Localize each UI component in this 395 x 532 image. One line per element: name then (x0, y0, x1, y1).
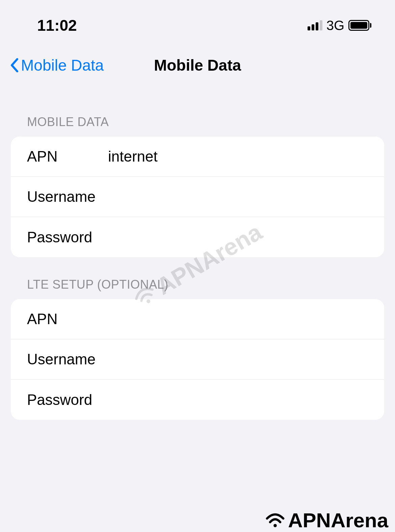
section-body-lte-setup: APN Username Password (11, 299, 384, 420)
field-label-password: Password (27, 229, 108, 246)
page-title: Mobile Data (154, 56, 241, 74)
status-time: 11:02 (37, 16, 77, 34)
field-label-apn: APN (27, 148, 108, 165)
field-row-username[interactable]: Username (11, 177, 384, 217)
field-label-lte-apn: APN (27, 311, 108, 328)
field-row-lte-username[interactable]: Username (11, 339, 384, 380)
field-label-lte-password: Password (27, 391, 108, 408)
back-button[interactable]: Mobile Data (10, 56, 104, 74)
signal-strength-icon (308, 20, 322, 30)
section-mobile-data: MOBILE DATA APN Username Password (0, 115, 395, 257)
watermark-bottom-text: APNArena (288, 509, 388, 532)
lte-apn-input[interactable] (108, 311, 368, 328)
chevron-left-icon (10, 58, 18, 72)
section-lte-setup: LTE SETUP (OPTIONAL) APN Username Passwo… (0, 277, 395, 420)
watermark-bottom: APNArena (265, 509, 388, 532)
network-type: 3G (326, 18, 344, 33)
field-row-lte-apn[interactable]: APN (11, 299, 384, 339)
section-body-mobile-data: APN Username Password (11, 137, 384, 257)
field-row-lte-password[interactable]: Password (11, 380, 384, 420)
field-row-password[interactable]: Password (11, 217, 384, 257)
username-input[interactable] (108, 188, 368, 205)
wifi-icon (265, 512, 285, 529)
field-row-apn[interactable]: APN (11, 137, 384, 177)
password-input[interactable] (108, 229, 368, 246)
navigation-bar: Mobile Data Mobile Data (0, 41, 395, 88)
status-bar: 11:02 3G (0, 0, 395, 41)
section-header-mobile-data: MOBILE DATA (0, 115, 395, 137)
apn-input[interactable] (108, 148, 368, 165)
lte-password-input[interactable] (108, 391, 368, 408)
section-header-lte-setup: LTE SETUP (OPTIONAL) (0, 277, 395, 299)
lte-username-input[interactable] (108, 351, 368, 368)
field-label-username: Username (27, 188, 108, 205)
field-label-lte-username: Username (27, 351, 108, 368)
svg-point-1 (273, 524, 277, 527)
status-indicators: 3G (308, 18, 371, 33)
battery-icon (348, 20, 371, 31)
back-label: Mobile Data (21, 56, 104, 74)
